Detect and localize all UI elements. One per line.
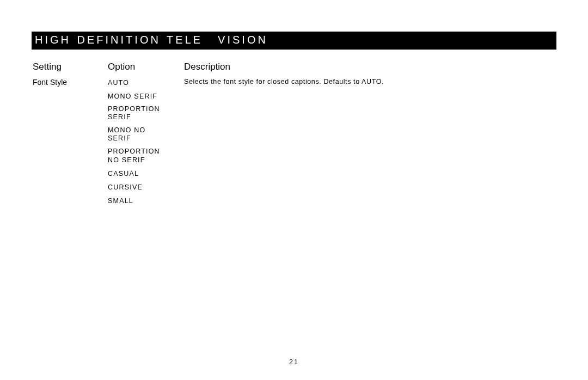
option-item: PROPORTION SERIF (108, 105, 184, 122)
section-banner: HIGH DEFINITION TELEVISION (32, 32, 556, 50)
settings-table: Setting Option Description Font Style AU… (32, 62, 556, 210)
option-line: NO SERIF (108, 156, 145, 164)
banner-text-part1: HIGH DEFINITION TELE (35, 34, 203, 46)
setting-description: Selects the font style for closed captio… (184, 78, 556, 85)
option-item: CURSIVE (108, 182, 184, 193)
option-line: SERIF (108, 134, 131, 142)
option-item: SMALL (108, 196, 184, 206)
page-number: 21 (0, 358, 588, 366)
option-line: SERIF (108, 113, 131, 121)
table-header-row: Setting Option Description (32, 62, 556, 78)
option-list: AUTO MONO SERIF PROPORTION SERIF MONO NO… (108, 78, 184, 210)
option-line: PROPORTION (108, 105, 160, 113)
option-item: MONO SERIF (108, 91, 184, 102)
option-item: PROPORTION NO SERIF (108, 148, 184, 164)
header-setting: Setting (32, 62, 108, 72)
option-line: PROPORTION (108, 148, 160, 155)
banner-text-part2: VISION (218, 34, 268, 46)
setting-name: Font Style (32, 78, 108, 87)
document-page: HIGH DEFINITION TELEVISION Setting Optio… (0, 0, 588, 380)
table-row: Font Style AUTO MONO SERIF PROPORTION SE… (32, 78, 556, 210)
header-option: Option (108, 62, 184, 72)
header-description: Description (184, 62, 556, 72)
option-item: AUTO (108, 78, 184, 88)
option-line: MONO NO (108, 126, 146, 134)
option-item: CASUAL (108, 169, 184, 179)
option-item: MONO NO SERIF (108, 126, 184, 143)
